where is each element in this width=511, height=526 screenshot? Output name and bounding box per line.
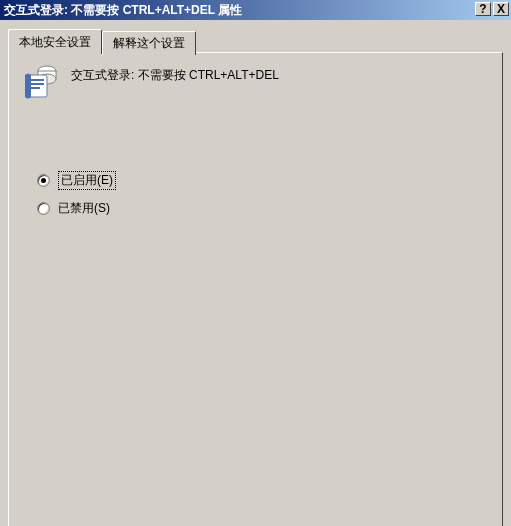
policy-header: 交互式登录: 不需要按 CTRL+ALT+DEL [25, 65, 486, 101]
window-title: 交互式登录: 不需要按 CTRL+ALT+DEL 属性 [4, 2, 511, 19]
svg-rect-6 [30, 87, 40, 89]
radio-disabled[interactable]: 已禁用(S) [37, 200, 486, 217]
svg-rect-4 [30, 79, 44, 81]
tab-panel: 交互式登录: 不需要按 CTRL+ALT+DEL 已启用(E) 已禁用(S) [8, 52, 503, 526]
tab-explain-setting[interactable]: 解释这个设置 [102, 31, 196, 55]
radio-enabled-label: 已启用(E) [58, 171, 116, 190]
radio-group: 已启用(E) 已禁用(S) [37, 171, 486, 217]
policy-icon [25, 65, 57, 101]
radio-disabled-label: 已禁用(S) [58, 200, 110, 217]
window-content: 本地安全设置 解释这个设置 交互式登录: 不需要按 CTRL+ALT+DEL [0, 20, 511, 526]
policy-name: 交互式登录: 不需要按 CTRL+ALT+DEL [71, 65, 279, 84]
svg-rect-5 [30, 83, 44, 85]
radio-button-icon [37, 202, 50, 215]
tab-local-security[interactable]: 本地安全设置 [8, 29, 102, 54]
tab-label: 解释这个设置 [113, 36, 185, 50]
help-button[interactable]: ? [475, 2, 491, 16]
window-titlebar: 交互式登录: 不需要按 CTRL+ALT+DEL 属性 ? X [0, 0, 511, 20]
radio-enabled[interactable]: 已启用(E) [37, 171, 486, 190]
close-button[interactable]: X [493, 2, 509, 16]
help-icon: ? [479, 2, 486, 16]
tab-label: 本地安全设置 [19, 35, 91, 49]
tabstrip: 本地安全设置 解释这个设置 [8, 28, 503, 53]
close-icon: X [497, 2, 505, 16]
titlebar-buttons: ? X [473, 2, 509, 16]
radio-button-icon [37, 174, 50, 187]
